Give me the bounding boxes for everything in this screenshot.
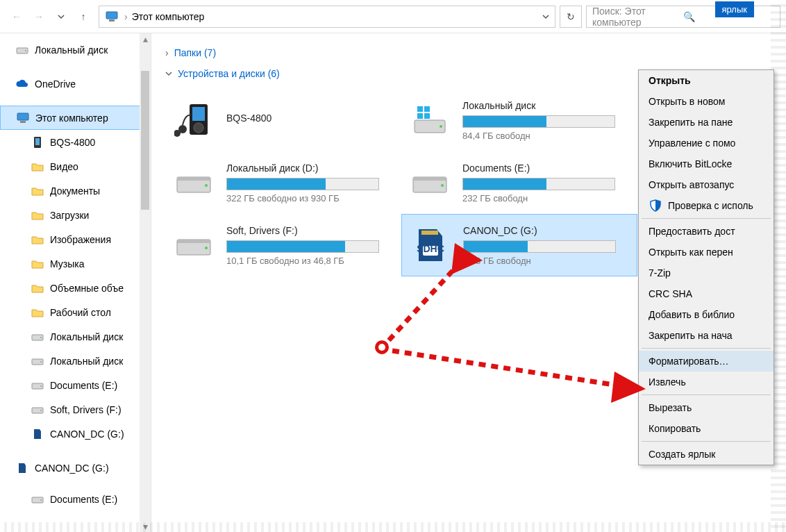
folder-icon (31, 160, 44, 174)
tree-item-9[interactable]: Объемные объе (0, 276, 151, 300)
drive-item[interactable]: Локальный диск84,4 ГБ свободн (401, 89, 637, 151)
up-button[interactable]: ↑ (72, 6, 94, 28)
menu-item[interactable]: Открыть в новом (639, 91, 774, 112)
svg-rect-26 (424, 106, 430, 112)
drive-item[interactable]: Soft, Drivers (F:)10,1 ГБ свободно из 46… (165, 214, 401, 276)
menu-item[interactable]: Вырезать (639, 397, 774, 418)
menu-label: Открыть в новом (649, 96, 725, 107)
svg-point-24 (440, 125, 442, 128)
menu-item[interactable]: Предоставить дост (639, 221, 774, 242)
tree-item-17[interactable]: Documents (E:) (0, 487, 151, 511)
menu-item[interactable]: Форматировать… (639, 351, 774, 372)
tree-label: Музыка (50, 258, 85, 269)
tree-item-5[interactable]: Документы (0, 178, 151, 203)
capacity-bar (463, 240, 616, 253)
chevron-down-icon[interactable] (537, 11, 555, 22)
drive-item[interactable]: BQS-4800 (165, 89, 401, 151)
shield-icon (649, 199, 662, 213)
folder-icon (31, 306, 44, 319)
menu-label: 7-Zip (649, 267, 671, 279)
menu-label: Открыть (649, 75, 691, 86)
menu-item[interactable]: Включить BitLocke (639, 153, 774, 174)
forward-button[interactable]: → (28, 6, 50, 28)
address-bar[interactable]: › Этот компьютер (99, 6, 555, 28)
recent-dropdown[interactable] (50, 6, 72, 28)
menu-item[interactable]: Проверка с исполь (639, 195, 774, 216)
search-placeholder: Поиск: Этот компьютер (592, 6, 683, 28)
menu-label: Открыть как перен (649, 247, 733, 258)
tree-item-0[interactable]: Локальный диск (0, 38, 151, 62)
drive-name: Documents (E:) (462, 163, 633, 174)
tree-item-10[interactable]: Рабочий стол (0, 300, 151, 324)
folder-icon (31, 281, 44, 295)
svg-text:SDHC: SDHC (417, 243, 444, 254)
hdd-icon (169, 224, 218, 266)
sd-icon (31, 427, 44, 441)
tree-item-1[interactable]: OneDrive (0, 72, 151, 96)
chevron-down-icon (165, 68, 172, 79)
drive-name: Локальный диск (D:) (226, 163, 397, 174)
tree-item-4[interactable]: Видео (0, 154, 151, 178)
menu-item[interactable]: 7-Zip (639, 263, 774, 283)
menu-label: Копировать (649, 423, 701, 434)
tree-item-8[interactable]: Музыка (0, 251, 151, 276)
tree-item-15[interactable]: CANON_DC (G:) (0, 422, 151, 446)
folder-icon (31, 184, 44, 198)
menu-label: Извлечь (649, 376, 686, 388)
svg-rect-38 (421, 231, 438, 235)
tree-item-13[interactable]: Documents (E:) (0, 373, 151, 397)
svg-point-13 (40, 385, 42, 387)
tree-label: Локальный диск (50, 356, 123, 367)
svg-point-34 (441, 184, 444, 187)
capacity-bar (462, 115, 615, 128)
tree-item-3[interactable]: BQS-4800 (0, 130, 151, 154)
menu-item[interactable]: Открыть как перен (639, 242, 774, 263)
tree-label: BQS-4800 (50, 137, 95, 148)
address-text: Этот компьютер (132, 11, 205, 22)
folders-section-header[interactable]: › Папки (7) (165, 47, 772, 58)
menu-label: Открыть автозапус (649, 179, 734, 190)
refresh-button[interactable]: ↻ (560, 6, 582, 28)
menu-label: Вырезать (649, 402, 692, 413)
toolbar: ← → ↑ › Этот компьютер ↻ Поиск: Этот ком… (0, 0, 786, 33)
menu-item[interactable]: Закрепить на нача (639, 325, 774, 346)
menu-item[interactable]: Открыть (639, 70, 774, 91)
tree-label: Локальный диск (50, 331, 123, 342)
drive-icon (31, 354, 44, 368)
drive-item[interactable]: SDHCCANON_DC (G:)4,33 ГБ свободн (401, 214, 637, 276)
sidebar-scrollbar[interactable]: ▴ ▾ (140, 33, 151, 532)
tree-item-12[interactable]: Локальный диск (0, 349, 151, 373)
back-button[interactable]: ← (6, 6, 28, 28)
menu-item[interactable]: Закрепить на пане (639, 112, 774, 133)
tree-item-11[interactable]: Локальный диск (0, 324, 151, 349)
menu-item[interactable]: Копировать (639, 418, 774, 439)
tree-item-16[interactable]: CANON_DC (G:) (0, 456, 151, 480)
drive-icon (31, 492, 44, 506)
svg-point-17 (40, 499, 42, 501)
tree-label: Загрузки (50, 210, 89, 221)
drive-item[interactable]: Локальный диск (D:)322 ГБ свободно из 93… (165, 151, 401, 214)
menu-item[interactable]: Открыть автозапус (639, 174, 774, 195)
svg-point-15 (40, 410, 42, 411)
menu-item[interactable]: Извлечь (639, 372, 774, 392)
tree-label: Изображения (50, 234, 111, 245)
tree-label: Documents (E:) (50, 380, 117, 391)
capacity-bar (226, 240, 379, 253)
tree-item-2[interactable]: Этот компьютер (0, 106, 151, 130)
svg-point-3 (25, 50, 26, 51)
tree-label: CANON_DC (G:) (50, 429, 124, 440)
menu-item[interactable]: Создать ярлык (639, 444, 774, 465)
tree-item-6[interactable]: Загрузки (0, 203, 151, 227)
drive-item[interactable]: Documents (E:)232 ГБ свободн (401, 151, 637, 214)
menu-item[interactable]: Добавить в библио (639, 304, 774, 325)
svg-rect-7 (35, 138, 40, 145)
menu-item[interactable]: Управление с помо (639, 133, 774, 153)
menu-label: Включить BitLocke (649, 158, 732, 169)
tree-item-14[interactable]: Soft, Drivers (F:) (0, 397, 151, 422)
menu-item[interactable]: CRC SHA (639, 283, 774, 304)
cloud-icon (15, 77, 29, 91)
tree-item-7[interactable]: Изображения (0, 227, 151, 251)
scroll-thumb[interactable] (141, 71, 149, 210)
nav-tree: Локальный дискOneDriveЭтот компьютерBQS-… (0, 33, 151, 532)
svg-rect-36 (177, 240, 210, 243)
